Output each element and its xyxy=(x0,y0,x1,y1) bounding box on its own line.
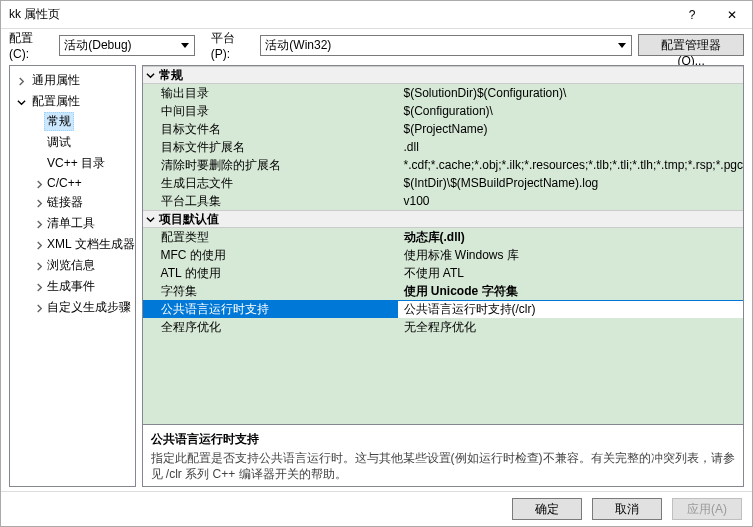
config-value: 活动(Debug) xyxy=(64,37,131,54)
chevron-right-icon[interactable] xyxy=(34,301,44,315)
config-label: 配置(C): xyxy=(9,30,51,61)
dialog-footer: 确定 取消 应用(A) xyxy=(1,491,752,525)
tree-item-debug[interactable]: 调试 xyxy=(44,133,74,152)
description-title: 公共语言运行时支持 xyxy=(151,431,735,448)
row-mfc[interactable]: MFC 的使用使用标准 Windows 库 xyxy=(143,246,743,264)
row-clr-support[interactable]: 公共语言运行时支持 公共语言运行时支持(/clr)▾ xyxy=(143,300,743,318)
platform-label: 平台(P): xyxy=(211,30,253,61)
platform-value: 活动(Win32) xyxy=(265,37,331,54)
chevron-right-icon[interactable] xyxy=(16,74,26,88)
cancel-button[interactable]: 取消 xyxy=(592,498,662,520)
tree-item-custombuild[interactable]: 自定义生成步骤 xyxy=(44,298,134,317)
collapse-icon[interactable] xyxy=(145,212,157,226)
platform-combobox[interactable]: 活动(Win32) xyxy=(260,35,632,56)
config-combobox[interactable]: 活动(Debug) xyxy=(59,35,194,56)
chevron-right-icon[interactable] xyxy=(34,217,44,231)
help-button[interactable]: ? xyxy=(672,1,712,29)
collapse-icon[interactable] xyxy=(145,68,157,82)
group-defaults[interactable]: 项目默认值 xyxy=(143,210,743,228)
row-clean-ext[interactable]: 清除时要删除的扩展名*.cdf;*.cache;*.obj;*.ilk;*.re… xyxy=(143,156,743,174)
chevron-right-icon[interactable] xyxy=(34,280,44,294)
config-manager-button[interactable]: 配置管理器(O)... xyxy=(638,34,744,56)
chevron-right-icon[interactable] xyxy=(34,259,44,273)
row-intermediate-dir[interactable]: 中间目录$(Configuration)\ xyxy=(143,102,743,120)
nav-tree[interactable]: 通用属性 配置属性 常规 调试 VC++ 目录 C/C++ 链接器 清单工具 X… xyxy=(9,65,136,487)
apply-button[interactable]: 应用(A) xyxy=(672,498,742,520)
property-grid[interactable]: 常规 输出目录$(SolutionDir)$(Configuration)\ 中… xyxy=(142,65,744,425)
tree-item-manifest[interactable]: 清单工具 xyxy=(44,214,98,233)
window-title: kk 属性页 xyxy=(9,6,672,23)
chevron-right-icon[interactable] xyxy=(34,177,44,191)
description-text: 指定此配置是否支持公共语言运行时。这与其他某些设置(例如运行时检查)不兼容。有关… xyxy=(151,450,735,482)
tree-item-xmldoc[interactable]: XML 文档生成器 xyxy=(44,235,136,254)
row-build-log[interactable]: 生成日志文件$(IntDir)\$(MSBuildProjectName).lo… xyxy=(143,174,743,192)
row-whole-program-opt[interactable]: 全程序优化无全程序优化 xyxy=(143,318,743,336)
config-toolbar: 配置(C): 活动(Debug) 平台(P): 活动(Win32) 配置管理器(… xyxy=(1,29,752,61)
tree-item-common[interactable]: 通用属性 xyxy=(29,71,83,90)
chevron-right-icon[interactable] xyxy=(34,196,44,210)
tree-item-ccpp[interactable]: C/C++ xyxy=(44,175,85,191)
row-atl[interactable]: ATL 的使用不使用 ATL xyxy=(143,264,743,282)
ok-button[interactable]: 确定 xyxy=(512,498,582,520)
tree-item-browse[interactable]: 浏览信息 xyxy=(44,256,98,275)
tree-item-general[interactable]: 常规 xyxy=(44,112,74,131)
tree-item-buildevents[interactable]: 生成事件 xyxy=(44,277,98,296)
row-target-name[interactable]: 目标文件名$(ProjectName) xyxy=(143,120,743,138)
description-panel: 公共语言运行时支持 指定此配置是否支持公共语言运行时。这与其他某些设置(例如运行… xyxy=(142,425,744,487)
titlebar: kk 属性页 ? ✕ xyxy=(1,1,752,29)
row-charset[interactable]: 字符集使用 Unicode 字符集 xyxy=(143,282,743,300)
chevron-right-icon[interactable] xyxy=(34,238,44,252)
group-general[interactable]: 常规 xyxy=(143,66,743,84)
row-platform-toolset[interactable]: 平台工具集v100 xyxy=(143,192,743,210)
row-config-type[interactable]: 配置类型动态库(.dll) xyxy=(143,228,743,246)
row-output-dir[interactable]: 输出目录$(SolutionDir)$(Configuration)\ xyxy=(143,84,743,102)
tree-item-linker[interactable]: 链接器 xyxy=(44,193,86,212)
close-button[interactable]: ✕ xyxy=(712,1,752,29)
tree-item-config-props[interactable]: 配置属性 xyxy=(29,92,83,111)
tree-item-vcdirs[interactable]: VC++ 目录 xyxy=(44,154,108,173)
chevron-down-icon[interactable] xyxy=(16,95,26,109)
row-target-ext[interactable]: 目标文件扩展名.dll xyxy=(143,138,743,156)
